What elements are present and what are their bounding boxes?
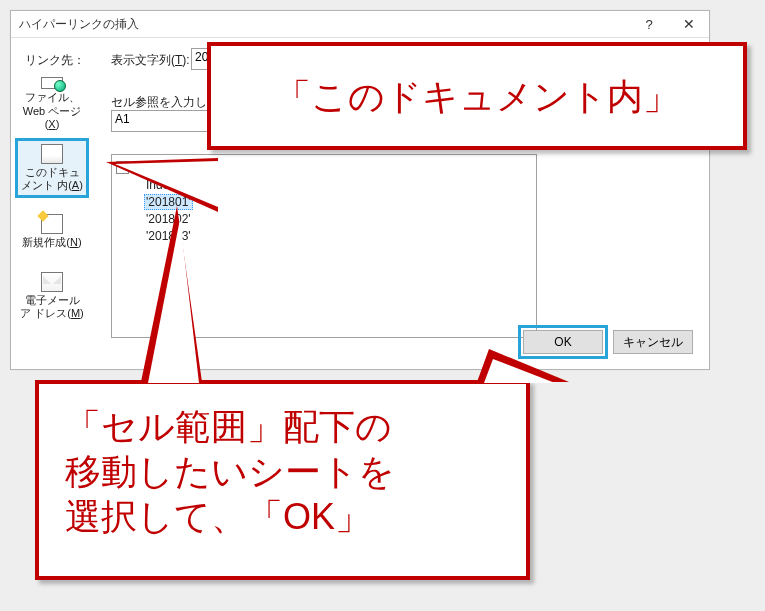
callout-pointer-icon: [141, 206, 202, 382]
callout-pointer-icon: [477, 349, 569, 382]
link-to-label: リンク先：: [25, 52, 85, 69]
close-button[interactable]: ✕: [669, 11, 709, 37]
new-icon: [41, 214, 63, 234]
nav-item-label: このドキュメント 内(A): [20, 166, 84, 192]
link-to-nav-item-0[interactable]: ファイル、Web ページ(X): [15, 74, 89, 134]
annotation-text-2: 「セル範囲」配下の 移動したいシートを 選択して、「OK」: [65, 404, 500, 539]
mail-icon: [41, 272, 63, 292]
titlebar: ハイパーリンクの挿入 ? ✕: [11, 11, 709, 38]
link-to-nav-item-2[interactable]: 新規作成(N): [15, 202, 89, 262]
link-to-nav-item-3[interactable]: 電子メール ア ドレス(M): [15, 266, 89, 326]
doc-icon: [41, 144, 63, 164]
cancel-button[interactable]: キャンセル: [613, 330, 693, 354]
dialog-title: ハイパーリンクの挿入: [19, 16, 629, 33]
link-to-nav-item-1[interactable]: このドキュメント 内(A): [15, 138, 89, 198]
nav-item-label: 新規作成(N): [22, 236, 81, 249]
nav-item-label: 電子メール ア ドレス(M): [18, 294, 86, 320]
annotation-callout-1: 「このドキュメント内」: [207, 42, 747, 150]
annotation-callout-2: 「セル範囲」配下の 移動したいシートを 選択して、「OK」: [35, 380, 530, 580]
callout-pointer-icon: [106, 158, 218, 212]
help-button[interactable]: ?: [629, 11, 669, 37]
globe-icon: [41, 77, 63, 89]
titlebar-buttons: ? ✕: [629, 11, 709, 37]
display-text-label: 表示文字列(T):: [111, 52, 190, 69]
nav-item-label: ファイル、Web ページ(X): [18, 91, 86, 131]
annotation-text-1: 「このドキュメント内」: [275, 74, 679, 119]
link-to-nav: ファイル、Web ページ(X)このドキュメント 内(A)新規作成(N)電子メール…: [15, 74, 89, 326]
